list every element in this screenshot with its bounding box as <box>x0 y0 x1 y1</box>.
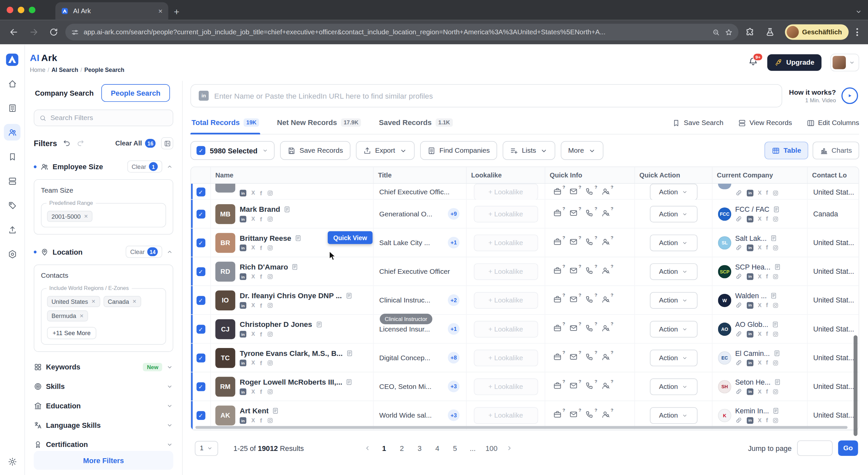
column-header[interactable]: Current Company <box>713 167 808 183</box>
remove-chip-icon[interactable]: ✕ <box>80 313 84 319</box>
go-button[interactable]: Go <box>838 440 858 456</box>
table-view-button[interactable]: Table <box>765 141 808 159</box>
person-name[interactable]: Dr. Ifeanyi Chris Onye DNP ... <box>240 292 342 300</box>
people-search-tab[interactable]: People Search <box>101 84 169 102</box>
labs-icon[interactable] <box>765 27 775 37</box>
x-icon[interactable]: X <box>251 418 255 423</box>
select-all-checkbox[interactable] <box>196 146 205 155</box>
person-search-question-icon[interactable]: ? <box>601 266 610 277</box>
x-icon[interactable]: X <box>251 274 255 279</box>
x-icon[interactable]: X <box>251 331 255 337</box>
instagram-icon[interactable] <box>267 245 274 251</box>
reload-button[interactable] <box>49 27 59 37</box>
instagram-icon[interactable] <box>772 417 779 423</box>
row-checkbox[interactable] <box>196 267 205 276</box>
mail-question-icon[interactable]: ? <box>569 381 578 392</box>
x-icon[interactable]: X <box>251 389 255 394</box>
clear-all-button[interactable]: Clear All 16 <box>115 139 155 148</box>
more-titles-badge[interactable]: +3 <box>448 409 459 421</box>
close-window-button[interactable] <box>7 7 13 13</box>
company-name[interactable]: Walden ... <box>735 292 767 300</box>
rail-item-tags[interactable] <box>4 197 21 214</box>
zoom-icon[interactable] <box>712 28 720 36</box>
row-checkbox[interactable] <box>196 353 205 362</box>
x-icon[interactable]: X <box>758 274 762 279</box>
app-logo-icon[interactable] <box>4 52 20 68</box>
profile-search-bar[interactable]: in <box>190 84 782 107</box>
column-header[interactable]: Quick Action <box>635 167 713 183</box>
row-checkbox[interactable] <box>196 296 205 305</box>
link-icon[interactable] <box>735 189 742 197</box>
action-button[interactable]: Action <box>650 407 697 423</box>
rail-item-bookmarks[interactable] <box>4 149 21 165</box>
linkedin-icon[interactable]: in <box>747 302 753 309</box>
note-icon[interactable] <box>770 234 777 242</box>
employee-size-header[interactable]: Employee Size Clear 1 <box>34 160 173 172</box>
instagram-icon[interactable] <box>772 359 779 366</box>
lookalike-button[interactable]: + Lookalike <box>474 407 538 423</box>
lookalike-button[interactable]: + Lookalike <box>474 184 538 200</box>
instagram-icon[interactable] <box>772 245 779 251</box>
facebook-icon[interactable]: f <box>260 418 262 423</box>
skills-header[interactable]: Skills <box>34 382 173 390</box>
chevron-down-icon[interactable] <box>166 441 173 448</box>
instagram-icon[interactable] <box>772 189 779 196</box>
find-companies-button[interactable]: Find Companies <box>420 141 497 160</box>
more-button[interactable]: More <box>561 141 603 160</box>
charts-view-button[interactable]: Charts <box>813 141 860 159</box>
instagram-icon[interactable] <box>267 302 274 309</box>
maximize-window-button[interactable] <box>29 7 35 13</box>
facebook-icon[interactable]: f <box>766 245 768 250</box>
certification-header[interactable]: Certification <box>34 440 173 449</box>
facebook-icon[interactable]: f <box>766 190 768 196</box>
linkedin-icon[interactable]: in <box>240 331 246 338</box>
more-titles-badge[interactable]: +1 <box>448 237 459 248</box>
person-name[interactable]: Mark Brand <box>240 205 280 214</box>
phone-question-icon[interactable]: ? <box>585 381 594 392</box>
note-icon[interactable] <box>272 407 279 414</box>
action-button[interactable]: Action <box>650 263 697 280</box>
mail-question-icon[interactable]: ? <box>569 209 578 219</box>
briefcase-question-icon[interactable]: ? <box>553 324 562 334</box>
x-icon[interactable]: X <box>251 216 255 222</box>
minimize-window-button[interactable] <box>18 7 24 13</box>
page-1[interactable]: 1 <box>377 441 392 455</box>
company-name[interactable]: AO Glob... <box>735 320 768 328</box>
instagram-icon[interactable] <box>267 388 274 395</box>
instagram-icon[interactable] <box>772 330 779 337</box>
chevron-down-icon[interactable] <box>166 363 173 371</box>
x-icon[interactable]: X <box>758 303 762 308</box>
page-5[interactable]: 5 <box>448 441 462 455</box>
mail-question-icon[interactable]: ? <box>569 352 578 363</box>
column-header[interactable]: Name <box>211 167 374 183</box>
lookalike-button[interactable]: + Lookalike <box>474 234 538 251</box>
link-icon[interactable] <box>735 359 742 367</box>
linkedin-icon[interactable]: in <box>240 359 246 366</box>
linkedin-icon[interactable]: in <box>240 302 246 309</box>
link-icon[interactable] <box>735 417 742 424</box>
browser-tab[interactable]: AI Ark ✕ <box>56 2 168 20</box>
remove-chip-icon[interactable]: ✕ <box>84 214 88 219</box>
linkedin-icon[interactable]: in <box>240 216 246 222</box>
remove-chip-icon[interactable]: ✕ <box>91 299 96 305</box>
profile-search-input[interactable] <box>214 92 774 100</box>
tab-search-chevron-icon[interactable] <box>855 8 862 15</box>
link-icon[interactable] <box>735 244 742 251</box>
person-name[interactable]: Brittany Reese <box>240 234 291 242</box>
person-search-question-icon[interactable]: ? <box>601 381 610 392</box>
page-3[interactable]: 3 <box>412 441 427 455</box>
filter-search-input[interactable] <box>51 114 168 122</box>
phone-question-icon[interactable]: ? <box>585 352 594 363</box>
more-filters-button[interactable]: More Filters <box>34 451 173 470</box>
phone-question-icon[interactable]: ? <box>585 266 594 277</box>
briefcase-question-icon[interactable]: ? <box>553 209 562 219</box>
tab-total-records[interactable]: Total Records19K <box>190 116 260 134</box>
rail-item-people[interactable] <box>4 124 21 140</box>
action-button[interactable]: Action <box>650 292 697 309</box>
x-icon[interactable]: X <box>251 303 255 308</box>
row-checkbox[interactable] <box>196 238 205 247</box>
action-button[interactable]: Action <box>650 378 697 394</box>
facebook-icon[interactable]: f <box>766 388 768 394</box>
instagram-icon[interactable] <box>267 274 274 280</box>
note-icon[interactable] <box>773 206 780 213</box>
